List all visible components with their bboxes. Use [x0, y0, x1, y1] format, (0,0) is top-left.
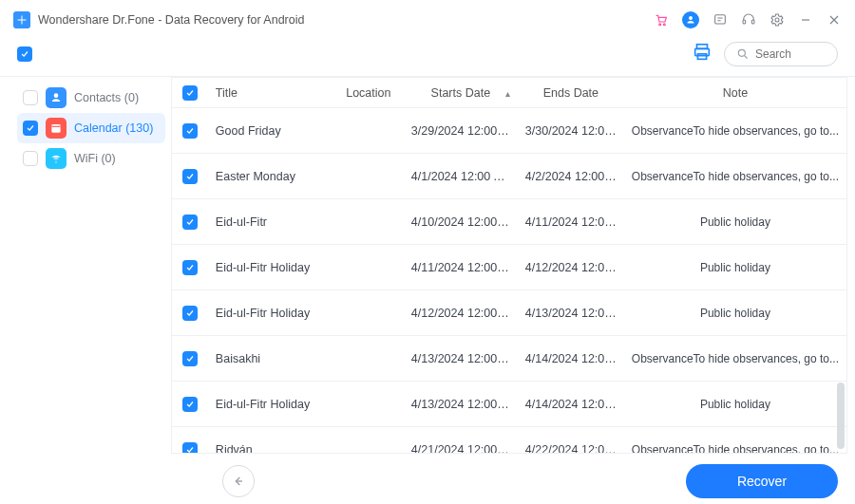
cell-start: 4/13/2024 12:00 AM	[404, 398, 518, 411]
svg-rect-4	[751, 20, 754, 24]
sidebar-item-contacts[interactable]: Contacts (0)	[17, 83, 165, 113]
back-button[interactable]	[222, 465, 255, 497]
svg-point-5	[775, 18, 779, 22]
cell-title: Eid-ul-Fitr Holiday	[208, 261, 333, 274]
col-note[interactable]: Note	[624, 86, 846, 100]
cell-end: 4/14/2024 12:00 AM	[518, 398, 624, 411]
cell-title: Easter Monday	[208, 170, 333, 183]
table-row[interactable]: Eid-ul-Fitr Holiday4/12/2024 12:00 AM4/1…	[172, 290, 846, 336]
cell-end: 4/22/2024 12:00 AM	[518, 443, 624, 454]
toolbar	[0, 32, 855, 72]
cell-start: 4/10/2024 12:00 AM	[404, 215, 518, 229]
header-select-all[interactable]	[182, 85, 198, 101]
cell-note: Public holiday	[624, 398, 846, 411]
table-row[interactable]: Ridván4/21/2024 12:00 AM4/22/2024 12:00 …	[172, 427, 846, 453]
cell-end: 4/2/2024 12:00 AM	[518, 170, 624, 183]
cell-end: 4/13/2024 12:00 AM	[518, 307, 624, 320]
cell-start: 4/21/2024 12:00 AM	[404, 443, 518, 454]
table-row[interactable]: Eid-ul-Fitr Holiday4/11/2024 12:00 AM4/1…	[172, 245, 846, 290]
table-row[interactable]: Eid-ul-Fitr4/10/2024 12:00 AM4/11/2024 1…	[172, 199, 846, 245]
calendar-icon	[46, 118, 66, 139]
sort-asc-icon: ▴	[505, 87, 510, 98]
row-checkbox[interactable]	[182, 351, 198, 366]
footer: Recover	[0, 454, 855, 504]
print-icon[interactable]	[692, 42, 712, 66]
cell-end: 4/12/2024 12:00 AM	[518, 261, 624, 274]
cell-title: Eid-ul-Fitr Holiday	[208, 307, 333, 320]
sidebar-item-wifi[interactable]: WiFi (0)	[17, 143, 165, 174]
cell-start: 4/13/2024 12:00 AM	[404, 352, 518, 365]
sidebar-item-calendar[interactable]: Calendar (130)	[17, 113, 165, 143]
table: Title Location Starts Date ▴ Ends Date N…	[171, 77, 847, 454]
row-checkbox[interactable]	[182, 215, 198, 230]
sidebar-check-contacts[interactable]	[23, 90, 38, 105]
search-box[interactable]	[724, 42, 838, 66]
sidebar-check-wifi[interactable]	[23, 151, 38, 166]
cell-start: 4/1/2024 12:00 AM	[404, 170, 518, 183]
cell-note: ObservanceTo hide observances, go to...	[624, 170, 846, 183]
sidebar-item-label: Contacts (0)	[74, 91, 139, 104]
row-checkbox[interactable]	[182, 260, 198, 275]
row-checkbox[interactable]	[182, 306, 198, 321]
svg-point-0	[659, 24, 661, 26]
support-icon[interactable]	[741, 12, 756, 28]
settings-icon[interactable]	[770, 12, 785, 28]
svg-rect-10	[51, 124, 60, 133]
search-input[interactable]	[755, 47, 822, 61]
col-ends[interactable]: Ends Date	[518, 86, 624, 100]
col-starts[interactable]: Starts Date ▴	[404, 86, 518, 100]
table-header: Title Location Starts Date ▴ Ends Date N…	[172, 78, 846, 108]
recover-button[interactable]: Recover	[686, 464, 838, 498]
cell-title: Ridván	[208, 443, 333, 454]
svg-rect-2	[715, 15, 726, 24]
feedback-icon[interactable]	[712, 12, 728, 28]
row-checkbox[interactable]	[182, 169, 198, 184]
svg-rect-8	[697, 54, 706, 60]
cell-note: Public holiday	[624, 261, 846, 274]
table-row[interactable]: Good Friday3/29/2024 12:00 AM3/30/2024 1…	[172, 108, 846, 154]
titlebar: Wondershare Dr.Fone - Data Recovery for …	[0, 0, 855, 32]
col-title[interactable]: Title	[208, 86, 333, 100]
table-row[interactable]: Easter Monday4/1/2024 12:00 AM4/2/2024 1…	[172, 154, 846, 199]
sidebar-check-calendar[interactable]	[23, 121, 38, 136]
sidebar: Contacts (0) Calendar (130) WiFi (0)	[0, 77, 171, 454]
cell-title: Good Friday	[208, 124, 333, 138]
svg-rect-3	[743, 20, 746, 24]
cell-note: ObservanceTo hide observances, go to...	[624, 352, 846, 365]
close-button[interactable]	[826, 12, 842, 28]
cell-note: Public holiday	[624, 215, 846, 229]
cell-title: Eid-ul-Fitr Holiday	[208, 398, 333, 411]
svg-point-1	[663, 24, 665, 26]
cell-end: 4/11/2024 12:00 AM	[518, 215, 624, 229]
cell-note: ObservanceTo hide observances, go to...	[624, 124, 846, 138]
svg-point-9	[738, 49, 745, 56]
account-avatar[interactable]	[682, 11, 699, 28]
scrollbar[interactable]	[837, 383, 845, 449]
cell-start: 4/11/2024 12:00 AM	[404, 261, 518, 274]
cell-note: Public holiday	[624, 307, 846, 320]
cell-start: 4/12/2024 12:00 AM	[404, 307, 518, 320]
cell-note: ObservanceTo hide observances, go to...	[624, 443, 846, 454]
sidebar-item-label: WiFi (0)	[74, 152, 116, 165]
cell-start: 3/29/2024 12:00 AM	[404, 124, 518, 138]
sidebar-item-label: Calendar (130)	[74, 121, 153, 135]
row-checkbox[interactable]	[182, 123, 198, 139]
col-location[interactable]: Location	[333, 86, 404, 100]
table-row[interactable]: Eid-ul-Fitr Holiday4/13/2024 12:00 AM4/1…	[172, 382, 846, 427]
cart-icon[interactable]	[654, 12, 669, 28]
window-title: Wondershare Dr.Fone - Data Recovery for …	[38, 13, 304, 27]
minimize-button[interactable]	[798, 12, 813, 28]
app-logo	[13, 11, 30, 28]
row-checkbox[interactable]	[182, 397, 198, 412]
cell-title: Baisakhi	[208, 352, 333, 365]
table-row[interactable]: Baisakhi4/13/2024 12:00 AM4/14/2024 12:0…	[172, 336, 846, 382]
contacts-icon	[46, 87, 66, 108]
cell-end: 3/30/2024 12:00 AM	[518, 124, 624, 138]
select-all-checkbox[interactable]	[17, 47, 32, 62]
cell-title: Eid-ul-Fitr	[208, 215, 333, 229]
cell-end: 4/14/2024 12:00 AM	[518, 352, 624, 365]
row-checkbox[interactable]	[182, 442, 198, 454]
wifi-icon	[46, 148, 66, 169]
svg-point-11	[55, 161, 56, 162]
